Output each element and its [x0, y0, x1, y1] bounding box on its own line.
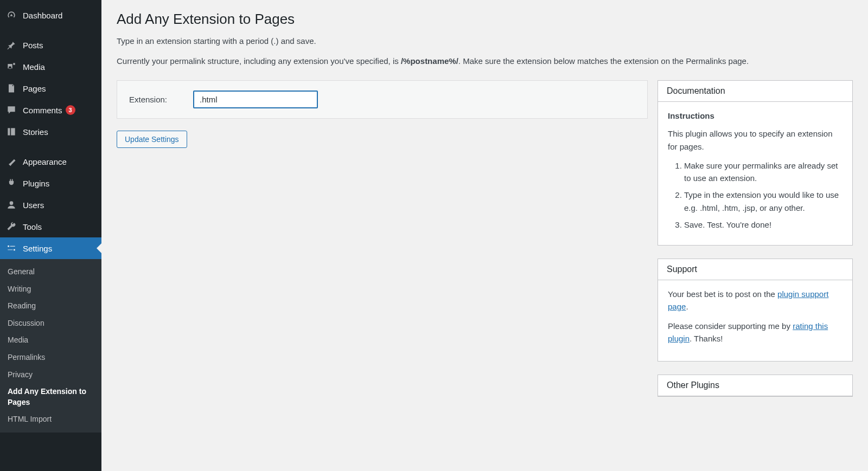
submenu-item-reading[interactable]: Reading [0, 298, 101, 315]
extension-label: Extension: [129, 95, 167, 104]
submenu-item-general[interactable]: General [0, 263, 101, 281]
other-plugins-header: Other Plugins [658, 375, 852, 396]
sidebar-item-plugins[interactable]: Plugins [0, 172, 101, 194]
sidebar-item-appearance[interactable]: Appearance [0, 151, 101, 172]
instruction-step: Make sure your permalinks are already se… [684, 159, 843, 185]
submenu-item-html-import[interactable]: HTML Import [0, 411, 101, 428]
other-plugins-postbox: Other Plugins [658, 375, 853, 397]
page-icon [5, 82, 17, 94]
sidebar-item-label: Settings [23, 244, 52, 253]
settings-sliders-icon [5, 242, 17, 254]
media-icon [5, 61, 17, 73]
main-content: Add Any Extension to Pages Type in an ex… [101, 0, 868, 471]
instruction-step: Save. Test. You're done! [684, 218, 843, 231]
submenu-item-media[interactable]: Media [0, 332, 101, 349]
submenu-item-add-any-extension[interactable]: Add Any Extension to Pages [0, 383, 101, 411]
dashboard-icon [5, 9, 17, 21]
support-line2-suffix: . Thanks! [690, 334, 723, 343]
sidebar-item-dashboard[interactable]: Dashboard [0, 4, 101, 26]
update-settings-button[interactable]: Update Settings [117, 131, 187, 148]
settings-submenu: General Writing Reading Discussion Media… [0, 259, 101, 433]
sidebar-item-label: Appearance [23, 157, 67, 166]
extension-input[interactable] [193, 91, 318, 108]
stories-icon [5, 126, 17, 138]
sidebar-item-posts[interactable]: Posts [0, 34, 101, 56]
sidebar-item-stories[interactable]: Stories [0, 121, 101, 143]
documentation-header: Documentation [658, 81, 852, 102]
admin-sidebar: Dashboard Posts Media Pages Comments 3 S… [0, 0, 101, 471]
submenu-item-writing[interactable]: Writing [0, 281, 101, 298]
sidebar-item-users[interactable]: Users [0, 194, 101, 216]
submenu-item-permalinks[interactable]: Permalinks [0, 349, 101, 366]
permalink-structure-value: /%postname%/ [401, 56, 458, 66]
instructions-list: Make sure your permalinks are already se… [668, 159, 843, 231]
svg-rect-0 [8, 128, 10, 135]
sidebar-item-tools[interactable]: Tools [0, 216, 101, 237]
svg-rect-1 [11, 128, 15, 135]
submenu-item-discussion[interactable]: Discussion [0, 315, 101, 332]
sidebar-item-pages[interactable]: Pages [0, 78, 101, 99]
sidebar-item-media[interactable]: Media [0, 56, 101, 78]
user-icon [5, 199, 17, 211]
plug-icon [5, 177, 17, 189]
sidebar-item-label: Stories [23, 127, 48, 137]
support-line-1: Your best bet is to post on the plugin s… [668, 288, 843, 313]
support-line1-suffix: . [686, 302, 688, 311]
documentation-postbox: Documentation Instructions This plugin a… [658, 80, 853, 246]
sidebar-item-comments[interactable]: Comments 3 [0, 99, 101, 121]
permalink-note: Currently your permalink structure, incl… [117, 55, 853, 68]
comments-count-badge: 3 [66, 105, 75, 115]
documentation-intro: This plugin allows you to specify an ext… [668, 127, 843, 153]
support-line1-prefix: Your best bet is to post on the [668, 289, 777, 299]
support-line-2: Please consider supporting me by rating … [668, 320, 843, 345]
instructions-header: Instructions [668, 109, 843, 122]
sidebar-item-label: Tools [23, 222, 42, 231]
sidebar-item-label: Pages [23, 84, 46, 93]
page-description: Type in an extension starting with a per… [117, 35, 853, 48]
permalink-note-suffix: . Make sure the extension below matches … [458, 56, 749, 66]
support-postbox: Support Your best bet is to post on the … [658, 259, 853, 362]
sidebar-item-settings[interactable]: Settings [0, 237, 101, 259]
sidebar-item-label: Plugins [23, 179, 49, 188]
sidebar-item-label: Media [23, 62, 45, 72]
submenu-item-privacy[interactable]: Privacy [0, 366, 101, 384]
pin-icon [5, 39, 17, 51]
sidebar-item-label: Posts [23, 41, 43, 50]
instruction-step: Type in the extension you would like to … [684, 189, 843, 214]
brush-icon [5, 156, 17, 167]
sidebar-item-label: Dashboard [23, 11, 62, 20]
permalink-note-prefix: Currently your permalink structure, incl… [117, 56, 401, 66]
sidebar-item-label: Users [23, 201, 44, 210]
extension-form-box: Extension: [117, 80, 648, 119]
sidebar-item-label: Comments [23, 106, 62, 115]
comment-icon [5, 104, 17, 116]
support-header: Support [658, 259, 852, 280]
wrench-icon [5, 221, 17, 233]
support-line2-prefix: Please consider supporting me by [668, 321, 793, 331]
page-title: Add Any Extension to Pages [117, 11, 853, 28]
